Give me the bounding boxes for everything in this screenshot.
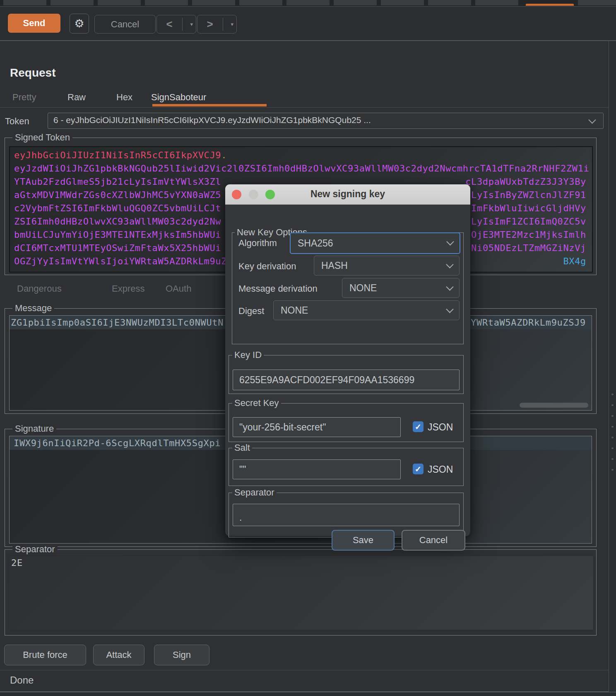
new-signing-key-dialog: New signing key New Key Options Algorith…: [225, 184, 470, 536]
tab-raw[interactable]: Raw: [67, 92, 86, 103]
divider: [0, 107, 609, 108]
app-tab-stub[interactable]: [3, 0, 46, 5]
secret-key-group: Secret Key "your-256-bit-secret" ✓ JSON: [229, 403, 464, 442]
tab-pretty[interactable]: Pretty: [12, 92, 36, 103]
dialog-cancel-button[interactable]: Cancel: [402, 530, 465, 551]
signed-token-label: Signed Token: [12, 132, 72, 143]
dialog-title: New signing key: [225, 188, 470, 200]
tab-express[interactable]: Express: [112, 283, 144, 294]
app-tab-stub[interactable]: [334, 0, 377, 5]
tab-signsaboteur[interactable]: SignSaboteur: [151, 92, 206, 103]
salt-group: Salt "" ✓ JSON: [229, 448, 464, 486]
tab-hex[interactable]: Hex: [116, 92, 132, 103]
vertical-scrollbar[interactable]: [609, 41, 616, 692]
separator-editor[interactable]: 2E: [8, 556, 594, 630]
key-derivation-select[interactable]: HASH: [314, 256, 460, 276]
key-id-input[interactable]: 6255E9A9ACFD002EF94F09AA1536699: [233, 370, 460, 390]
gear-icon: ⚙: [74, 17, 84, 30]
separator-label: Separator: [12, 544, 58, 555]
digest-select[interactable]: NONE: [273, 300, 460, 320]
salt-input[interactable]: "": [233, 459, 401, 479]
jwt-line: eyJhbGciOiJIUzI1NiIsInR5cCI6IkpXVCJ9.: [10, 149, 592, 162]
token-select[interactable]: 6 - eyJhbGciOiJIUzI1NiIsInR5cCI6IkpXVCJ9…: [48, 113, 604, 129]
key-id-label: Key ID: [232, 350, 264, 360]
jwt-line: eyJzdWIiOiJhZG1pbkBkNGQub25lIiwid2Vic2l0…: [10, 162, 592, 175]
separator-value: 2E: [9, 556, 593, 568]
check-icon: ✓: [415, 422, 421, 432]
app-tab-stub[interactable]: [192, 0, 235, 5]
dialog-titlebar[interactable]: New signing key: [225, 184, 470, 205]
brute-force-button[interactable]: Brute force: [4, 645, 86, 665]
tab-dangerous[interactable]: Dangerous: [17, 283, 62, 294]
salt-json-label: JSON: [428, 464, 453, 475]
message-label: Message: [12, 303, 54, 314]
secret-key-input[interactable]: "your-256-bit-secret": [233, 417, 401, 437]
digest-label: Digest: [238, 306, 264, 317]
settings-button[interactable]: ⚙: [70, 14, 89, 34]
app-tab-stub[interactable]: [428, 0, 471, 5]
tab-oauth[interactable]: OAuth: [166, 283, 191, 294]
chevron-down-icon: [588, 116, 596, 123]
status-text: Done: [10, 674, 34, 686]
chevron-right-icon: >: [197, 15, 222, 33]
app-tab-stub[interactable]: [239, 0, 282, 5]
active-app-tab-indicator[interactable]: [526, 4, 574, 6]
cancel-request-button[interactable]: Cancel: [94, 15, 156, 34]
attack-button[interactable]: Attack: [93, 645, 144, 665]
key-derivation-label: Key derivation: [238, 261, 296, 272]
sign-button[interactable]: Sign: [154, 645, 209, 665]
active-tab-indicator: [152, 104, 267, 106]
key-id-group: Key ID 6255E9A9ACFD002EF94F09AA1536699: [229, 355, 464, 394]
app-window: Send ⚙ Cancel < ▾ > ▾ Request Pretty Raw…: [0, 0, 616, 696]
app-tab-strip: [0, 0, 616, 7]
app-tab-stub[interactable]: [145, 0, 188, 5]
divider: [0, 40, 616, 41]
toolbar: Send ⚙ Cancel < ▾ > ▾: [0, 7, 616, 40]
dropdown-arrow-icon[interactable]: ▾: [190, 21, 193, 27]
token-label: Token: [5, 116, 29, 127]
algorithm-select[interactable]: SHA256: [290, 232, 460, 254]
check-icon: ✓: [415, 464, 421, 474]
dropdown-arrow-icon[interactable]: ▾: [231, 21, 233, 27]
request-panel-title: Request: [10, 66, 55, 80]
secret-key-label: Secret Key: [232, 398, 281, 408]
app-tab-stub[interactable]: [51, 0, 94, 5]
save-button[interactable]: Save: [332, 530, 395, 551]
signature-label: Signature: [12, 423, 56, 434]
next-request-button[interactable]: > ▾: [197, 15, 237, 34]
dialog-separator-input[interactable]: .: [233, 504, 460, 526]
app-tab-stub[interactable]: [381, 0, 424, 5]
dialog-body: New Key Options Algorithm SHA256 Key der…: [225, 205, 470, 536]
algorithm-label: Algorithm: [238, 238, 277, 249]
bottom-edge: [0, 692, 616, 696]
salt-label: Salt: [232, 442, 252, 453]
chevron-left-icon: <: [157, 15, 182, 33]
app-tab-stub[interactable]: [98, 0, 141, 5]
dialog-separator-label: Separator: [232, 487, 277, 498]
app-tab-stub[interactable]: [475, 0, 518, 5]
secret-key-json-label: JSON: [428, 422, 453, 433]
token-select-value: 6 - eyJhbGciOiJIUzI1NiIsInR5cCI6IkpXVCJ9…: [53, 115, 371, 125]
app-tab-stub[interactable]: [286, 0, 330, 5]
secret-key-json-checkbox[interactable]: ✓: [413, 421, 424, 432]
salt-json-checkbox[interactable]: ✓: [413, 464, 424, 474]
send-button[interactable]: Send: [8, 14, 60, 33]
message-derivation-label: Message derivation: [238, 283, 318, 294]
prev-request-button[interactable]: < ▾: [156, 15, 196, 34]
divider: [0, 670, 616, 670]
separator-group: Separator 2E: [5, 549, 597, 636]
app-tab-stub[interactable]: [578, 0, 616, 5]
message-derivation-select[interactable]: NONE: [342, 278, 460, 298]
horizontal-scrollbar[interactable]: [520, 403, 588, 408]
